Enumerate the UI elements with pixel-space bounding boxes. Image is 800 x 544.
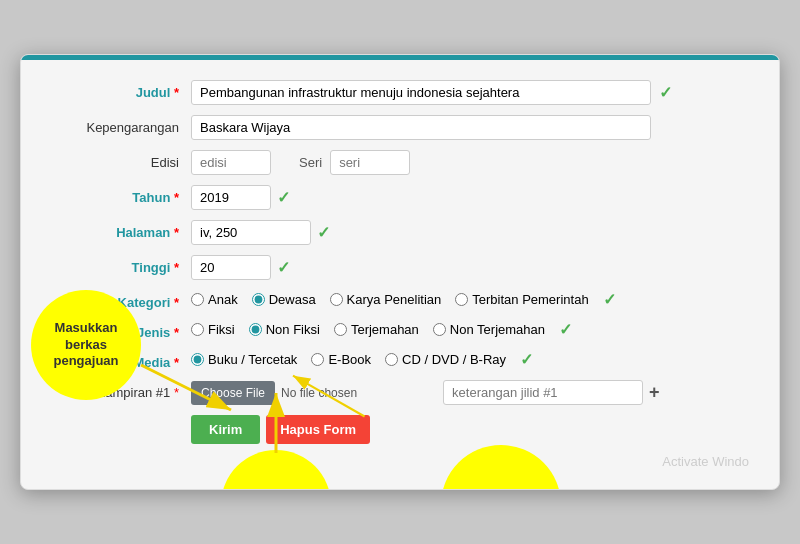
kategori-anak[interactable]: Anak (191, 292, 238, 307)
tinggi-field-group: ✓ (191, 255, 749, 280)
kepengarangan-input[interactable] (191, 115, 651, 140)
callout-buku-elektronik: Buku elektronis (441, 445, 561, 490)
media-ebook[interactable]: E-Book (311, 352, 371, 367)
halaman-field-group: ✓ (191, 220, 749, 245)
edisi-label: Edisi (51, 150, 191, 170)
judul-check-icon: ✓ (659, 83, 672, 102)
judul-field-group: ✓ (191, 80, 749, 105)
tahun-check-icon: ✓ (277, 188, 290, 207)
media-options-group: Buku / Tercetak E-Book CD / DVD / B-Ray … (191, 350, 749, 369)
media-ebook-radio[interactable] (311, 353, 324, 366)
kategori-options-group: Anak Dewasa Karya Penelitian Terbitan Pe… (191, 290, 749, 309)
jenis-non-fiksi[interactable]: Non Fiksi (249, 322, 320, 337)
choose-file-button[interactable]: Choose File (191, 381, 275, 405)
kategori-dewasa[interactable]: Dewasa (252, 292, 316, 307)
media-cd-dvd-radio[interactable] (385, 353, 398, 366)
kategori-terbitan-radio[interactable] (455, 293, 468, 306)
media-buku-tercetak[interactable]: Buku / Tercetak (191, 352, 297, 367)
media-check-icon: ✓ (520, 350, 533, 369)
form-content: Judul * ✓ Kepengarangan Edisi (21, 60, 779, 489)
halaman-label: Halaman * (51, 220, 191, 240)
watermark-text: Activate Windo (51, 454, 749, 469)
tahun-field-group: ✓ (191, 185, 749, 210)
jenis-non-terjemahan[interactable]: Non Terjemahan (433, 322, 545, 337)
seri-label: Seri (299, 155, 322, 170)
tinggi-label: Tinggi * (51, 255, 191, 275)
media-buku-tercetak-radio[interactable] (191, 353, 204, 366)
tinggi-check-icon: ✓ (277, 258, 290, 277)
judul-input[interactable] (191, 80, 651, 105)
kirim-button[interactable]: Kirim (191, 415, 260, 444)
kepengarangan-label: Kepengarangan (51, 115, 191, 135)
tinggi-input[interactable] (191, 255, 271, 280)
tinggi-row: Tinggi * ✓ (51, 255, 749, 280)
kategori-karya[interactable]: Karya Penelitian (330, 292, 442, 307)
tahun-row: Tahun * ✓ (51, 185, 749, 210)
media-row: Media * Buku / Tercetak E-Book CD / DVD … (51, 350, 749, 370)
kepengarangan-row: Kepengarangan (51, 115, 749, 140)
kategori-radio-group: Anak Dewasa Karya Penelitian Terbitan Pe… (191, 290, 616, 309)
edisi-seri-row: Edisi Seri (51, 150, 749, 175)
jenis-non-fiksi-radio[interactable] (249, 323, 262, 336)
halaman-check-icon: ✓ (317, 223, 330, 242)
media-cd-dvd[interactable]: CD / DVD / B-Ray (385, 352, 506, 367)
kategori-terbitan[interactable]: Terbitan Pemerintah (455, 292, 588, 307)
jenis-radio-group: Fiksi Non Fiksi Terjemahan Non Terjemaha… (191, 320, 572, 339)
jenis-options-group: Fiksi Non Fiksi Terjemahan Non Terjemaha… (191, 320, 749, 339)
kategori-check-icon: ✓ (603, 290, 616, 309)
add-lampiran-button[interactable]: + (649, 382, 660, 403)
callout-berkas: Masukkan berkas pengajuan (31, 290, 141, 400)
jenis-terjemahan-radio[interactable] (334, 323, 347, 336)
jenis-fiksi-radio[interactable] (191, 323, 204, 336)
file-lampiran-row: File Lampiran #1 * Choose File No file c… (51, 380, 749, 405)
judul-label: Judul * (51, 80, 191, 100)
halaman-row: Halaman * ✓ (51, 220, 749, 245)
keterangan-input[interactable] (443, 380, 643, 405)
edisi-seri-group: Seri (191, 150, 749, 175)
main-window: Judul * ✓ Kepengarangan Edisi (20, 54, 780, 490)
judul-row: Judul * ✓ (51, 80, 749, 105)
kategori-row: Kategori * Anak Dewasa Karya Penelitian … (51, 290, 749, 310)
jenis-terjemahan[interactable]: Terjemahan (334, 322, 419, 337)
tahun-input[interactable] (191, 185, 271, 210)
edisi-input[interactable] (191, 150, 271, 175)
halaman-input[interactable] (191, 220, 311, 245)
kategori-dewasa-radio[interactable] (252, 293, 265, 306)
action-buttons-row: Kirim Hapus Form (191, 415, 749, 444)
seri-input[interactable] (330, 150, 410, 175)
jenis-row: Jenis * Fiksi Non Fiksi Terjemahan Non T… (51, 320, 749, 340)
hapus-button[interactable]: Hapus Form (266, 415, 370, 444)
jenis-check-icon: ✓ (559, 320, 572, 339)
kategori-karya-radio[interactable] (330, 293, 343, 306)
kategori-anak-radio[interactable] (191, 293, 204, 306)
no-file-text: No file chosen (281, 386, 357, 400)
media-radio-group: Buku / Tercetak E-Book CD / DVD / B-Ray … (191, 350, 533, 369)
jenis-fiksi[interactable]: Fiksi (191, 322, 235, 337)
tahun-label: Tahun * (51, 185, 191, 205)
file-lampiran-group: Choose File No file chosen + (191, 380, 749, 405)
jenis-non-terjemahan-radio[interactable] (433, 323, 446, 336)
kepengarangan-field-group (191, 115, 749, 140)
